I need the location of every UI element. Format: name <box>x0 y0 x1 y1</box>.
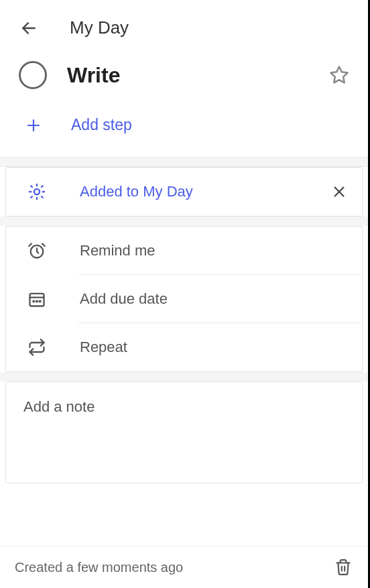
calendar-icon <box>27 290 46 308</box>
my-day-row[interactable]: Added to My Day <box>5 167 363 217</box>
remind-me-button[interactable]: Remind me <box>6 227 362 275</box>
repeat-button[interactable]: Repeat <box>6 323 362 371</box>
created-text: Created a few moments ago <box>15 560 183 575</box>
svg-point-19 <box>36 301 38 302</box>
favorite-button[interactable] <box>329 65 349 85</box>
section-gap <box>0 217 368 226</box>
task-checkbox[interactable] <box>19 61 47 89</box>
trash-icon <box>334 558 352 576</box>
svg-line-7 <box>31 186 32 187</box>
page-title: My Day <box>70 17 129 38</box>
add-step-button[interactable]: Add step <box>0 103 368 157</box>
due-date-button[interactable]: Add due date <box>6 275 362 323</box>
back-button[interactable] <box>20 19 38 37</box>
remind-me-label: Remind me <box>80 242 155 259</box>
svg-rect-16 <box>30 294 44 306</box>
svg-point-20 <box>40 301 41 302</box>
task-title[interactable]: Write <box>67 63 309 88</box>
svg-line-8 <box>42 196 43 198</box>
alarm-icon <box>27 241 46 260</box>
add-step-label: Add step <box>71 116 132 134</box>
repeat-label: Repeat <box>80 339 127 356</box>
svg-line-11 <box>31 196 32 198</box>
plus-icon <box>25 117 42 133</box>
close-icon <box>332 184 347 199</box>
footer: Created a few moments ago <box>0 546 368 588</box>
note-field[interactable]: Add a note <box>5 381 363 483</box>
svg-point-4 <box>34 189 40 194</box>
svg-marker-1 <box>331 67 348 83</box>
svg-point-18 <box>33 301 34 302</box>
section-gap <box>0 372 368 381</box>
section-divider <box>0 157 368 167</box>
note-placeholder: Add a note <box>23 398 349 416</box>
repeat-icon <box>27 338 46 357</box>
header: My Day <box>0 0 368 52</box>
delete-button[interactable] <box>334 558 352 576</box>
options-card: Remind me Add due date <box>5 226 363 372</box>
svg-line-12 <box>42 186 43 187</box>
my-day-label: Added to My Day <box>80 183 298 200</box>
task-row: Write <box>0 52 368 103</box>
due-date-label: Add due date <box>80 290 168 308</box>
star-icon <box>329 65 349 85</box>
sun-icon <box>27 182 46 201</box>
remove-my-day-button[interactable] <box>331 184 347 200</box>
arrow-left-icon <box>20 19 38 38</box>
